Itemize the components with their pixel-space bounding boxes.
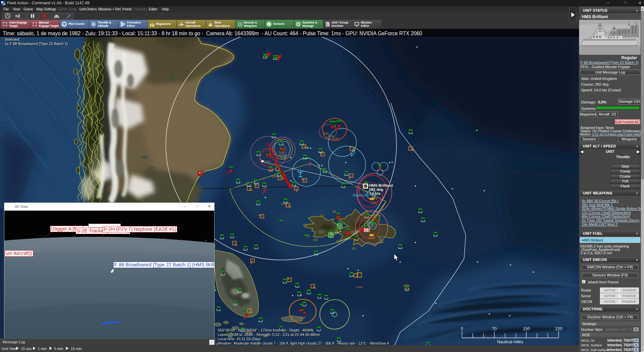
svg-text:CAV: CAV [356, 285, 363, 289]
svg-text:CAV: CAV [333, 137, 339, 140]
svg-text:150: 150 [523, 326, 530, 331]
svg-text:CAV: CAV [272, 175, 278, 178]
svg-text:CAV: CAV [371, 202, 377, 205]
svg-text:HMS Brilliant: HMS Brilliant [369, 183, 393, 187]
svg-text:CAV: CAV [281, 156, 287, 160]
svg-text:×2: ×2 [15, 13, 20, 18]
svg-text:Station(R): Station(R) [352, 193, 369, 197]
svg-text:70: 70 [492, 326, 497, 331]
svg-text:CAV: CAV [363, 190, 369, 193]
svg-text:CAV: CAV [299, 316, 305, 319]
svg-text:Nautical miles: Nautical miles [497, 340, 523, 344]
svg-text:282 deg: 282 deg [369, 187, 383, 191]
svg-text:CAV: CAV [369, 236, 375, 240]
svg-text:14 kts: 14 kts [370, 191, 381, 195]
svg-text:220: 220 [555, 326, 562, 331]
svg-text:0: 0 [461, 326, 463, 331]
svg-text:CAV: CAV [264, 160, 270, 163]
